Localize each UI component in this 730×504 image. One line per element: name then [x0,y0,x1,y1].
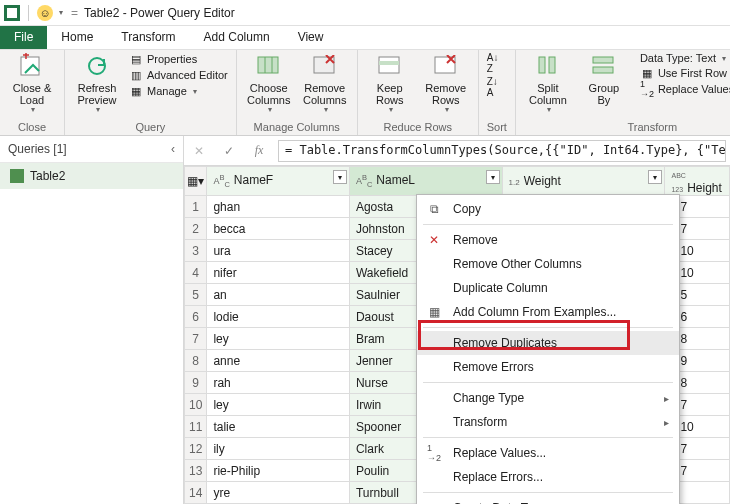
type-text-icon: ABC [213,176,229,186]
group-by-button[interactable]: Group By [580,52,628,106]
filter-dropdown-icon[interactable]: ▾ [333,170,347,184]
column-header-namef[interactable]: ABCNameF▾ [207,167,350,196]
fx-icon[interactable]: fx [248,140,270,162]
row-number[interactable]: 11 [185,416,207,438]
cm-remove-duplicates[interactable]: Remove Duplicates [417,331,679,355]
queries-header[interactable]: Queries [1] ‹ [0,136,183,163]
row-number[interactable]: 9 [185,372,207,394]
refresh-icon [83,52,111,80]
formula-cancel-button[interactable]: ✕ [188,140,210,162]
smiley-icon[interactable]: ☺ [37,5,53,21]
cell-namef[interactable]: rie-Philip [207,460,350,482]
cell-namef[interactable]: ley [207,328,350,350]
cell-namef[interactable]: talie [207,416,350,438]
cell-namef[interactable]: an [207,284,350,306]
filter-dropdown-icon[interactable]: ▾ [486,170,500,184]
ribbon-group-sort: A↓Z Z↓A Sort [479,50,516,135]
advanced-editor-button[interactable]: ▥Advanced Editor [129,68,228,82]
row-number[interactable]: 10 [185,394,207,416]
cm-change-type[interactable]: Change Type▸ [417,386,679,410]
filter-dropdown-icon[interactable]: ▾ [648,170,662,184]
cm-replace-values[interactable]: 1→2Replace Values... [417,441,679,465]
cell-namef[interactable]: ily [207,438,350,460]
remove-rows-button[interactable]: Remove Rows▾ [422,52,470,115]
data-type-dropdown[interactable]: Data Type: Text▾ [640,52,730,64]
first-row-headers-button[interactable]: ▦Use First Row as Header [640,66,730,80]
choose-columns-button[interactable]: Choose Columns▾ [245,52,293,115]
properties-button[interactable]: ▤Properties [129,52,228,66]
refresh-preview-button[interactable]: Refresh Preview ▾ [73,52,121,115]
cm-remove[interactable]: ✕Remove [417,228,679,252]
row-number[interactable]: 5 [185,284,207,306]
row-number[interactable]: 13 [185,460,207,482]
svg-rect-7 [379,61,399,65]
ribbon-tabs: File Home Transform Add Column View [0,26,730,50]
formula-input[interactable]: = Table.TransformColumnTypes(Source,{{"I… [278,140,726,162]
cell-namef[interactable]: ley [207,394,350,416]
column-header-height[interactable]: ABC123Height [665,167,730,196]
replace-values-icon: 1→2 [425,444,443,462]
row-number[interactable]: 1 [185,196,207,218]
row-number[interactable]: 6 [185,306,207,328]
ribbon-group-reduce-rows: Keep Rows▾ Remove Rows▾ Reduce Rows [358,50,479,135]
split-column-icon [534,52,562,80]
submenu-arrow-icon: ▸ [664,393,669,404]
row-number[interactable]: 3 [185,240,207,262]
query-item-table2[interactable]: Table2 [0,163,183,189]
type-any-icon: 1.2 [509,178,520,187]
tab-transform[interactable]: Transform [107,26,189,49]
row-number[interactable]: 7 [185,328,207,350]
cell-namef[interactable]: rah [207,372,350,394]
remove-columns-button[interactable]: Remove Columns▾ [301,52,349,115]
column-header-weight[interactable]: 1.2Weight▾ [502,167,665,196]
tab-home[interactable]: Home [47,26,107,49]
cell-namef[interactable]: lodie [207,306,350,328]
cell-namef[interactable]: ghan [207,196,350,218]
svg-rect-9 [539,57,545,73]
qat-dropdown-icon[interactable]: ▾ [59,8,63,17]
keep-rows-button[interactable]: Keep Rows▾ [366,52,414,115]
row-number[interactable]: 4 [185,262,207,284]
sort-asc-icon: A↓Z [487,52,499,74]
add-column-icon: ▦ [425,303,443,321]
row-number[interactable]: 2 [185,218,207,240]
cell-namef[interactable]: becca [207,218,350,240]
cm-transform[interactable]: Transform▸ [417,410,679,434]
sort-desc-button[interactable]: Z↓A [487,76,499,98]
cm-remove-errors[interactable]: Remove Errors [417,355,679,379]
sort-asc-button[interactable]: A↓Z [487,52,499,74]
tab-file[interactable]: File [0,26,47,49]
remove-icon: ✕ [425,231,443,249]
data-type-icon: ◈ [425,499,443,504]
cm-copy[interactable]: ⧉Copy [417,197,679,221]
cm-remove-other[interactable]: Remove Other Columns [417,252,679,276]
title-bar: ☺ ▾ = Table2 - Power Query Editor [0,0,730,26]
row-number[interactable]: 14 [185,482,207,504]
cm-add-examples[interactable]: ▦Add Column From Examples... [417,300,679,324]
collapse-icon[interactable]: ‹ [171,142,175,156]
formula-commit-button[interactable]: ✓ [218,140,240,162]
select-all-corner[interactable]: ▦▾ [185,167,207,196]
cm-duplicate[interactable]: Duplicate Column [417,276,679,300]
row-number[interactable]: 8 [185,350,207,372]
window-title: Table2 - Power Query Editor [84,6,235,20]
properties-icon: ▤ [129,52,143,66]
close-load-button[interactable]: Close & Load ▾ [8,52,56,115]
cm-replace-errors[interactable]: Replace Errors... [417,465,679,489]
cm-create-data-type[interactable]: ◈Create Data Type [417,496,679,504]
row-number[interactable]: 12 [185,438,207,460]
cell-namef[interactable]: yre [207,482,350,504]
cell-namef[interactable]: ura [207,240,350,262]
manage-button[interactable]: ▦Manage▾ [129,84,228,98]
tab-view[interactable]: View [284,26,338,49]
svg-rect-12 [593,67,613,73]
cell-namef[interactable]: anne [207,350,350,372]
excel-icon [4,5,20,21]
column-header-namel[interactable]: ABCNameL▾ [349,167,502,196]
split-column-button[interactable]: Split Column▾ [524,52,572,115]
replace-values-button[interactable]: 1→2Replace Values [640,82,730,96]
quick-access-toolbar: ☺ ▾ = [4,5,78,21]
cell-namef[interactable]: nifer [207,262,350,284]
ribbon: Close & Load ▾ Close Refresh Preview ▾ ▤… [0,50,730,136]
tab-add-column[interactable]: Add Column [190,26,284,49]
